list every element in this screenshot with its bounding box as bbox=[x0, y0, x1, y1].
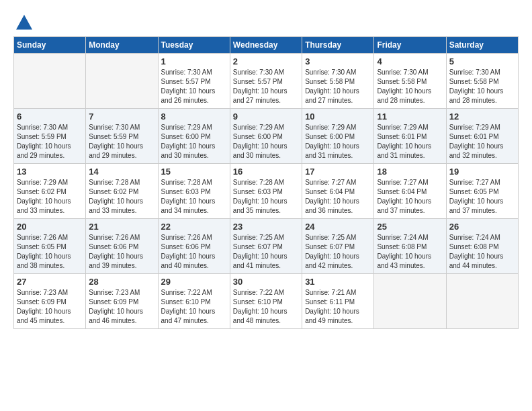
day-number: 12 bbox=[449, 111, 515, 122]
calendar-cell bbox=[374, 274, 446, 329]
calendar-cell: 12Sunrise: 7:29 AM Sunset: 6:01 PM Dayli… bbox=[446, 109, 518, 164]
day-number: 23 bbox=[233, 222, 299, 232]
calendar-cell bbox=[14, 54, 86, 109]
day-number: 14 bbox=[89, 167, 154, 177]
calendar-cell: 24Sunrise: 7:25 AM Sunset: 6:07 PM Dayli… bbox=[302, 219, 374, 274]
calendar-cell: 27Sunrise: 7:23 AM Sunset: 6:09 PM Dayli… bbox=[14, 274, 86, 329]
week-row-3: 13Sunrise: 7:29 AM Sunset: 6:02 PM Dayli… bbox=[14, 164, 519, 219]
day-info: Sunrise: 7:27 AM Sunset: 6:05 PM Dayligh… bbox=[449, 178, 515, 216]
calendar-cell: 16Sunrise: 7:28 AM Sunset: 6:03 PM Dayli… bbox=[230, 164, 302, 219]
day-number: 25 bbox=[377, 222, 443, 232]
day-number: 8 bbox=[161, 111, 227, 122]
svg-marker-0 bbox=[16, 15, 32, 30]
column-header-tuesday: Tuesday bbox=[158, 37, 230, 54]
calendar-cell: 10Sunrise: 7:29 AM Sunset: 6:00 PM Dayli… bbox=[302, 109, 374, 164]
day-number: 24 bbox=[305, 222, 371, 232]
calendar-cell: 28Sunrise: 7:23 AM Sunset: 6:09 PM Dayli… bbox=[86, 274, 158, 329]
day-number: 28 bbox=[89, 277, 154, 287]
day-info: Sunrise: 7:29 AM Sunset: 6:00 PM Dayligh… bbox=[305, 123, 371, 161]
day-number: 5 bbox=[449, 56, 515, 66]
day-number: 26 bbox=[449, 222, 515, 232]
day-info: Sunrise: 7:23 AM Sunset: 6:09 PM Dayligh… bbox=[17, 288, 83, 326]
day-info: Sunrise: 7:24 AM Sunset: 6:08 PM Dayligh… bbox=[449, 233, 515, 271]
calendar-table: SundayMondayTuesdayWednesdayThursdayFrid… bbox=[13, 36, 519, 329]
day-info: Sunrise: 7:27 AM Sunset: 6:04 PM Dayligh… bbox=[305, 178, 371, 216]
calendar-cell: 8Sunrise: 7:29 AM Sunset: 6:00 PM Daylig… bbox=[158, 109, 230, 164]
column-header-sunday: Sunday bbox=[14, 37, 86, 54]
day-info: Sunrise: 7:28 AM Sunset: 6:03 PM Dayligh… bbox=[233, 178, 299, 216]
day-number: 19 bbox=[449, 167, 515, 177]
logo bbox=[13, 13, 35, 30]
day-info: Sunrise: 7:29 AM Sunset: 6:01 PM Dayligh… bbox=[377, 123, 443, 161]
calendar-cell: 31Sunrise: 7:21 AM Sunset: 6:11 PM Dayli… bbox=[302, 274, 374, 329]
day-info: Sunrise: 7:30 AM Sunset: 5:58 PM Dayligh… bbox=[449, 68, 515, 105]
day-info: Sunrise: 7:22 AM Sunset: 6:10 PM Dayligh… bbox=[161, 288, 227, 326]
day-number: 21 bbox=[89, 222, 154, 232]
day-number: 2 bbox=[233, 56, 299, 66]
day-number: 15 bbox=[161, 167, 227, 177]
day-info: Sunrise: 7:23 AM Sunset: 6:09 PM Dayligh… bbox=[89, 288, 154, 326]
column-header-monday: Monday bbox=[86, 37, 158, 54]
calendar-cell: 29Sunrise: 7:22 AM Sunset: 6:10 PM Dayli… bbox=[158, 274, 230, 329]
week-row-4: 20Sunrise: 7:26 AM Sunset: 6:05 PM Dayli… bbox=[14, 219, 519, 274]
day-number: 17 bbox=[305, 167, 371, 177]
day-number: 4 bbox=[377, 56, 443, 66]
logo-icon bbox=[15, 13, 34, 32]
day-info: Sunrise: 7:26 AM Sunset: 6:06 PM Dayligh… bbox=[89, 233, 154, 271]
column-header-wednesday: Wednesday bbox=[230, 37, 302, 54]
day-number: 16 bbox=[233, 167, 299, 177]
column-header-friday: Friday bbox=[374, 37, 446, 54]
calendar-cell: 20Sunrise: 7:26 AM Sunset: 6:05 PM Dayli… bbox=[14, 219, 86, 274]
day-info: Sunrise: 7:30 AM Sunset: 5:59 PM Dayligh… bbox=[17, 123, 83, 161]
day-info: Sunrise: 7:29 AM Sunset: 6:02 PM Dayligh… bbox=[17, 178, 83, 216]
day-number: 13 bbox=[17, 167, 83, 177]
day-number: 20 bbox=[17, 222, 83, 232]
week-row-1: 1Sunrise: 7:30 AM Sunset: 5:57 PM Daylig… bbox=[14, 54, 519, 109]
week-row-2: 6Sunrise: 7:30 AM Sunset: 5:59 PM Daylig… bbox=[14, 109, 519, 164]
day-number: 18 bbox=[377, 167, 443, 177]
day-number: 11 bbox=[377, 111, 443, 122]
calendar-cell bbox=[446, 274, 518, 329]
day-number: 29 bbox=[161, 277, 227, 287]
calendar-cell: 9Sunrise: 7:29 AM Sunset: 6:00 PM Daylig… bbox=[230, 109, 302, 164]
day-info: Sunrise: 7:30 AM Sunset: 5:58 PM Dayligh… bbox=[377, 68, 443, 105]
day-number: 7 bbox=[89, 111, 154, 122]
calendar-cell: 3Sunrise: 7:30 AM Sunset: 5:58 PM Daylig… bbox=[302, 54, 374, 109]
column-header-saturday: Saturday bbox=[446, 37, 518, 54]
calendar-cell: 23Sunrise: 7:25 AM Sunset: 6:07 PM Dayli… bbox=[230, 219, 302, 274]
day-number: 1 bbox=[161, 56, 227, 66]
day-info: Sunrise: 7:28 AM Sunset: 6:02 PM Dayligh… bbox=[89, 178, 154, 216]
calendar-cell: 18Sunrise: 7:27 AM Sunset: 6:04 PM Dayli… bbox=[374, 164, 446, 219]
day-number: 22 bbox=[161, 222, 227, 232]
day-info: Sunrise: 7:21 AM Sunset: 6:11 PM Dayligh… bbox=[305, 288, 371, 326]
calendar-cell: 13Sunrise: 7:29 AM Sunset: 6:02 PM Dayli… bbox=[14, 164, 86, 219]
day-info: Sunrise: 7:27 AM Sunset: 6:04 PM Dayligh… bbox=[377, 178, 443, 216]
day-info: Sunrise: 7:26 AM Sunset: 6:06 PM Dayligh… bbox=[161, 233, 227, 271]
calendar-cell: 6Sunrise: 7:30 AM Sunset: 5:59 PM Daylig… bbox=[14, 109, 86, 164]
calendar-cell: 1Sunrise: 7:30 AM Sunset: 5:57 PM Daylig… bbox=[158, 54, 230, 109]
calendar-cell: 25Sunrise: 7:24 AM Sunset: 6:08 PM Dayli… bbox=[374, 219, 446, 274]
day-number: 30 bbox=[233, 277, 299, 287]
day-number: 3 bbox=[305, 56, 371, 66]
calendar-cell: 7Sunrise: 7:30 AM Sunset: 5:59 PM Daylig… bbox=[86, 109, 158, 164]
day-number: 10 bbox=[305, 111, 371, 122]
page-header bbox=[13, 13, 519, 30]
calendar-cell: 21Sunrise: 7:26 AM Sunset: 6:06 PM Dayli… bbox=[86, 219, 158, 274]
day-info: Sunrise: 7:24 AM Sunset: 6:08 PM Dayligh… bbox=[377, 233, 443, 271]
day-info: Sunrise: 7:29 AM Sunset: 6:01 PM Dayligh… bbox=[449, 123, 515, 161]
day-info: Sunrise: 7:29 AM Sunset: 6:00 PM Dayligh… bbox=[161, 123, 227, 161]
day-number: 27 bbox=[17, 277, 83, 287]
day-info: Sunrise: 7:30 AM Sunset: 5:58 PM Dayligh… bbox=[305, 68, 371, 105]
calendar-cell: 14Sunrise: 7:28 AM Sunset: 6:02 PM Dayli… bbox=[86, 164, 158, 219]
day-number: 9 bbox=[233, 111, 299, 122]
column-header-thursday: Thursday bbox=[302, 37, 374, 54]
day-info: Sunrise: 7:25 AM Sunset: 6:07 PM Dayligh… bbox=[233, 233, 299, 271]
calendar-cell: 19Sunrise: 7:27 AM Sunset: 6:05 PM Dayli… bbox=[446, 164, 518, 219]
calendar-cell: 4Sunrise: 7:30 AM Sunset: 5:58 PM Daylig… bbox=[374, 54, 446, 109]
calendar-cell bbox=[86, 54, 158, 109]
day-info: Sunrise: 7:29 AM Sunset: 6:00 PM Dayligh… bbox=[233, 123, 299, 161]
calendar-cell: 26Sunrise: 7:24 AM Sunset: 6:08 PM Dayli… bbox=[446, 219, 518, 274]
logo-text bbox=[13, 13, 35, 32]
calendar-cell: 17Sunrise: 7:27 AM Sunset: 6:04 PM Dayli… bbox=[302, 164, 374, 219]
calendar-cell: 11Sunrise: 7:29 AM Sunset: 6:01 PM Dayli… bbox=[374, 109, 446, 164]
